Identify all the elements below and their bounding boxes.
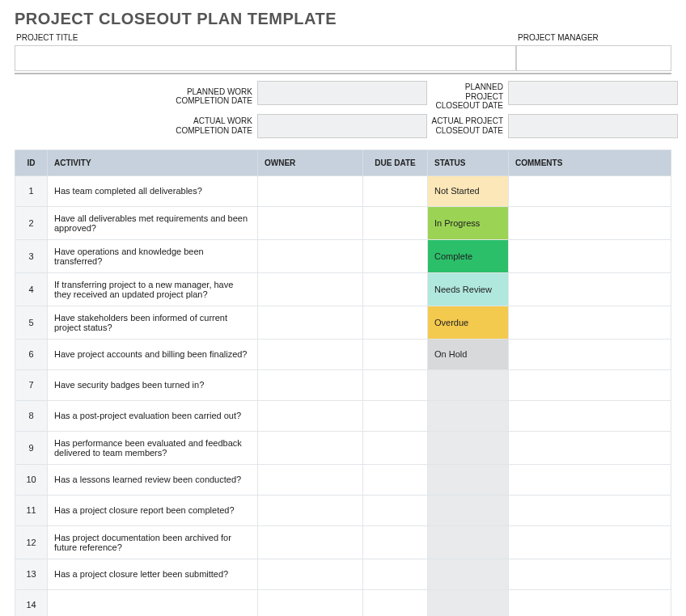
- cell-id[interactable]: 9: [15, 431, 48, 464]
- cell-owner[interactable]: [258, 239, 363, 272]
- cell-activity[interactable]: Have project accounts and billing been f…: [48, 339, 258, 369]
- status-badge: Overdue: [428, 306, 508, 339]
- cell-status[interactable]: [428, 431, 509, 464]
- cell-owner[interactable]: [258, 369, 363, 400]
- cell-status[interactable]: [428, 400, 509, 431]
- cell-id[interactable]: 12: [15, 525, 48, 559]
- cell-activity[interactable]: Has a project closure report been comple…: [48, 495, 258, 525]
- cell-due[interactable]: [363, 175, 428, 206]
- cell-activity[interactable]: [48, 589, 258, 616]
- planned-work-input[interactable]: [257, 81, 427, 105]
- cell-owner[interactable]: [258, 339, 363, 369]
- cell-comments[interactable]: [509, 339, 671, 369]
- cell-activity[interactable]: If transferring project to a new manager…: [48, 272, 258, 306]
- cell-comments[interactable]: [509, 464, 671, 495]
- cell-comments[interactable]: [509, 400, 671, 431]
- cell-comments[interactable]: [509, 559, 671, 589]
- page-title: PROJECT CLOSEOUT PLAN TEMPLATE: [15, 10, 671, 28]
- cell-id[interactable]: 7: [15, 369, 48, 400]
- cell-activity[interactable]: Has a lessons learned review been conduc…: [48, 464, 258, 495]
- col-owner: OWNER: [258, 150, 363, 175]
- cell-id[interactable]: 13: [15, 559, 48, 589]
- cell-activity[interactable]: Has team completed all deliverables?: [48, 175, 258, 206]
- cell-due[interactable]: [363, 272, 428, 306]
- cell-activity[interactable]: Has a post-project evaluation been carri…: [48, 400, 258, 431]
- col-due: DUE DATE: [363, 150, 428, 175]
- cell-due[interactable]: [363, 464, 428, 495]
- cell-id[interactable]: 1: [15, 175, 48, 206]
- cell-owner[interactable]: [258, 306, 363, 339]
- cell-owner[interactable]: [258, 495, 363, 525]
- cell-owner[interactable]: [258, 272, 363, 306]
- cell-status[interactable]: [428, 464, 509, 495]
- cell-due[interactable]: [363, 559, 428, 589]
- cell-due[interactable]: [363, 339, 428, 369]
- cell-status[interactable]: Needs Review: [428, 272, 509, 306]
- cell-due[interactable]: [363, 400, 428, 431]
- cell-activity[interactable]: Has a project closure letter been submit…: [48, 559, 258, 589]
- status-badge: [428, 370, 508, 400]
- cell-owner[interactable]: [258, 589, 363, 616]
- cell-comments[interactable]: [509, 589, 671, 616]
- cell-id[interactable]: 5: [15, 306, 48, 339]
- cell-id[interactable]: 3: [15, 239, 48, 272]
- cell-due[interactable]: [363, 431, 428, 464]
- cell-comments[interactable]: [509, 239, 671, 272]
- cell-due[interactable]: [363, 589, 428, 616]
- cell-status[interactable]: On Hold: [428, 339, 509, 369]
- cell-id[interactable]: 4: [15, 272, 48, 306]
- cell-id[interactable]: 6: [15, 339, 48, 369]
- cell-activity[interactable]: Has performance been evaluated and feedb…: [48, 431, 258, 464]
- cell-owner[interactable]: [258, 175, 363, 206]
- cell-id[interactable]: 14: [15, 589, 48, 616]
- table-row: 7Have security badges been turned in?: [15, 369, 671, 400]
- cell-id[interactable]: 2: [15, 206, 48, 239]
- cell-owner[interactable]: [258, 525, 363, 559]
- cell-due[interactable]: [363, 495, 428, 525]
- cell-status[interactable]: Not Started: [428, 175, 509, 206]
- col-id: ID: [15, 150, 48, 175]
- cell-status[interactable]: [428, 589, 509, 616]
- cell-status[interactable]: Complete: [428, 239, 509, 272]
- header-divider: [15, 73, 671, 74]
- cell-owner[interactable]: [258, 206, 363, 239]
- dates-grid: PLANNED WORK COMPLETION DATE PLANNED PRO…: [15, 81, 671, 138]
- cell-status[interactable]: [428, 369, 509, 400]
- cell-status[interactable]: Overdue: [428, 306, 509, 339]
- cell-activity[interactable]: Have stakeholders been informed of curre…: [48, 306, 258, 339]
- cell-owner[interactable]: [258, 400, 363, 431]
- cell-id[interactable]: 10: [15, 464, 48, 495]
- cell-due[interactable]: [363, 239, 428, 272]
- cell-status[interactable]: In Progress: [428, 206, 509, 239]
- cell-activity[interactable]: Have all deliverables met requirements a…: [48, 206, 258, 239]
- cell-activity[interactable]: Have operations and knowledge been trans…: [48, 239, 258, 272]
- cell-due[interactable]: [363, 306, 428, 339]
- status-badge: [428, 465, 508, 495]
- cell-comments[interactable]: [509, 495, 671, 525]
- cell-due[interactable]: [363, 525, 428, 559]
- cell-due[interactable]: [363, 369, 428, 400]
- cell-status[interactable]: [428, 559, 509, 589]
- cell-comments[interactable]: [509, 431, 671, 464]
- cell-id[interactable]: 11: [15, 495, 48, 525]
- cell-comments[interactable]: [509, 525, 671, 559]
- cell-owner[interactable]: [258, 464, 363, 495]
- cell-activity[interactable]: Have security badges been turned in?: [48, 369, 258, 400]
- cell-status[interactable]: [428, 495, 509, 525]
- cell-owner[interactable]: [258, 431, 363, 464]
- cell-comments[interactable]: [509, 369, 671, 400]
- project-title-input[interactable]: [15, 45, 516, 71]
- cell-comments[interactable]: [509, 272, 671, 306]
- cell-comments[interactable]: [509, 306, 671, 339]
- cell-activity[interactable]: Has project documentation been archived …: [48, 525, 258, 559]
- cell-comments[interactable]: [509, 206, 671, 239]
- cell-due[interactable]: [363, 206, 428, 239]
- cell-owner[interactable]: [258, 559, 363, 589]
- cell-comments[interactable]: [509, 175, 671, 206]
- planned-project-input[interactable]: [508, 81, 678, 105]
- actual-work-input[interactable]: [257, 114, 427, 138]
- actual-project-input[interactable]: [508, 114, 678, 138]
- cell-id[interactable]: 8: [15, 400, 48, 431]
- project-manager-input[interactable]: [516, 45, 671, 71]
- cell-status[interactable]: [428, 525, 509, 559]
